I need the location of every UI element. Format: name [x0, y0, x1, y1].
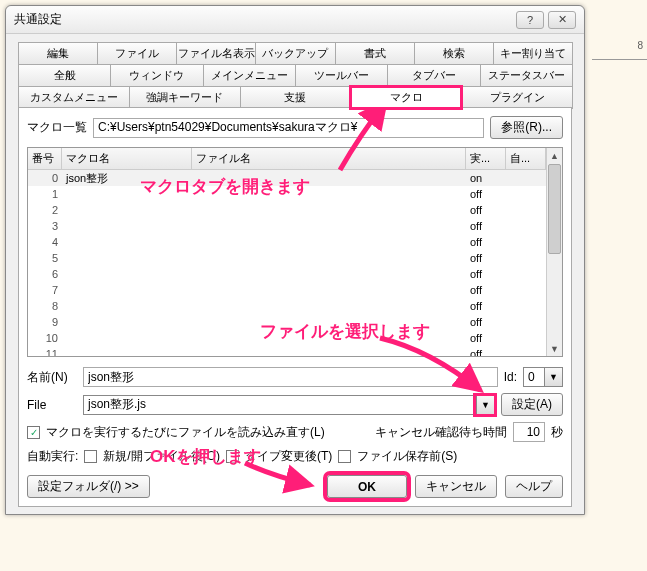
cancel-button[interactable]: キャンセル: [415, 475, 497, 498]
tab-tabbar[interactable]: タブバー: [387, 64, 480, 87]
tab-file[interactable]: ファイル: [97, 42, 177, 65]
cell-macro-name: json整形: [62, 171, 192, 186]
table-row[interactable]: 0json整形on: [28, 170, 546, 186]
cell-number: 1: [28, 188, 62, 200]
table-row[interactable]: 8off: [28, 298, 546, 314]
table-row[interactable]: 5off: [28, 250, 546, 266]
editor-ruler: 8: [592, 40, 647, 60]
cell-exec: off: [466, 220, 506, 232]
tab-custom-menu[interactable]: カスタムメニュー: [18, 86, 130, 109]
cell-number: 0: [28, 172, 62, 184]
table-row[interactable]: 9off: [28, 314, 546, 330]
file-combo[interactable]: json整形.js ▼: [83, 395, 495, 415]
table-row[interactable]: 2off: [28, 202, 546, 218]
id-label: Id:: [504, 370, 517, 384]
tab-macro[interactable]: マクロ: [350, 86, 462, 109]
cell-exec: off: [466, 316, 506, 328]
col-macro-name[interactable]: マクロ名: [62, 148, 192, 169]
autorun-open-label: 新規/開ファイル後(O): [103, 448, 220, 465]
table-row[interactable]: 11off: [28, 346, 546, 356]
cell-number: 8: [28, 300, 62, 312]
scroll-down-icon[interactable]: ▼: [547, 341, 562, 356]
autorun-save-checkbox[interactable]: [338, 450, 351, 463]
tab-keyword-highlight[interactable]: 強調キーワード: [129, 86, 241, 109]
cancel-wait-label: キャンセル確認待ち時間: [375, 424, 507, 441]
tab-toolbar[interactable]: ツールバー: [295, 64, 388, 87]
close-icon[interactable]: ✕: [548, 11, 576, 29]
tab-strip: 編集 ファイル ファイル名表示 バックアップ 書式 検索 キー割り当て 全般 ウ…: [18, 42, 572, 108]
name-input[interactable]: [83, 367, 498, 387]
table-row[interactable]: 1off: [28, 186, 546, 202]
settei-button[interactable]: 設定(A): [501, 393, 563, 416]
autorun-label: 自動実行:: [27, 448, 78, 465]
cell-number: 6: [28, 268, 62, 280]
tab-format[interactable]: 書式: [335, 42, 415, 65]
chevron-down-icon[interactable]: ▼: [476, 396, 494, 414]
cell-exec: off: [466, 268, 506, 280]
col-auto[interactable]: 自...: [506, 148, 546, 169]
col-file-name[interactable]: ファイル名: [192, 148, 466, 169]
cell-exec: off: [466, 188, 506, 200]
cell-number: 3: [28, 220, 62, 232]
tab-support[interactable]: 支援: [240, 86, 352, 109]
seconds-label: 秒: [551, 424, 563, 441]
col-exec[interactable]: 実...: [466, 148, 506, 169]
cell-exec: off: [466, 348, 506, 356]
cell-exec: off: [466, 284, 506, 296]
cell-number: 9: [28, 316, 62, 328]
settings-dialog: 共通設定 ? ✕ 編集 ファイル ファイル名表示 バックアップ 書式 検索 キー…: [5, 5, 585, 515]
cell-number: 4: [28, 236, 62, 248]
table-row[interactable]: 3off: [28, 218, 546, 234]
table-row[interactable]: 4off: [28, 234, 546, 250]
help-icon[interactable]: ?: [516, 11, 544, 29]
scroll-thumb[interactable]: [548, 164, 561, 254]
cell-exec: on: [466, 172, 506, 184]
macro-list[interactable]: 番号 マクロ名 ファイル名 実... 自... 0json整形on1off2of…: [27, 147, 563, 357]
autorun-save-label: ファイル保存前(S): [357, 448, 457, 465]
tab-window[interactable]: ウィンドウ: [110, 64, 203, 87]
cell-exec: off: [466, 252, 506, 264]
cell-exec: off: [466, 300, 506, 312]
cell-number: 5: [28, 252, 62, 264]
table-row[interactable]: 7off: [28, 282, 546, 298]
cell-number: 11: [28, 348, 62, 356]
autorun-type-label: タイプ変更後(T): [245, 448, 332, 465]
cell-exec: off: [466, 332, 506, 344]
file-label: File: [27, 398, 77, 412]
tab-search[interactable]: 検索: [414, 42, 494, 65]
reload-label: マクロを実行するたびにファイルを読み込み直す(L): [46, 424, 369, 441]
cell-exec: off: [466, 236, 506, 248]
tab-mainmenu[interactable]: メインメニュー: [203, 64, 296, 87]
ok-button[interactable]: OK: [327, 475, 407, 498]
cancel-wait-input[interactable]: [513, 422, 545, 442]
macro-path-input[interactable]: [93, 118, 484, 138]
autorun-type-checkbox[interactable]: [226, 450, 239, 463]
table-row[interactable]: 10off: [28, 330, 546, 346]
table-row[interactable]: 6off: [28, 266, 546, 282]
tab-general[interactable]: 全般: [18, 64, 111, 87]
cell-number: 10: [28, 332, 62, 344]
titlebar: 共通設定 ? ✕: [6, 6, 584, 34]
tab-filename-display[interactable]: ファイル名表示: [176, 42, 256, 65]
cell-exec: off: [466, 204, 506, 216]
autorun-open-checkbox[interactable]: [84, 450, 97, 463]
cell-number: 2: [28, 204, 62, 216]
tab-plugin[interactable]: プラグイン: [461, 86, 573, 109]
window-title: 共通設定: [14, 11, 62, 28]
reload-checkbox[interactable]: ✓: [27, 426, 40, 439]
tab-backup[interactable]: バックアップ: [255, 42, 335, 65]
cell-number: 7: [28, 284, 62, 296]
list-header: 番号 マクロ名 ファイル名 実... 自...: [28, 148, 546, 170]
settings-folder-button[interactable]: 設定フォルダ(/) >>: [27, 475, 150, 498]
help-button[interactable]: ヘルプ: [505, 475, 563, 498]
tab-key-assign[interactable]: キー割り当て: [493, 42, 573, 65]
id-combo[interactable]: 0 ▼: [523, 367, 563, 387]
scroll-up-icon[interactable]: ▲: [547, 148, 562, 163]
chevron-down-icon[interactable]: ▼: [544, 368, 562, 386]
macro-list-label: マクロ一覧: [27, 119, 87, 136]
tab-statusbar[interactable]: ステータスバー: [480, 64, 573, 87]
tab-edit[interactable]: 編集: [18, 42, 98, 65]
browse-button[interactable]: 参照(R)...: [490, 116, 563, 139]
list-scrollbar[interactable]: ▲ ▼: [546, 148, 562, 356]
col-number[interactable]: 番号: [28, 148, 62, 169]
